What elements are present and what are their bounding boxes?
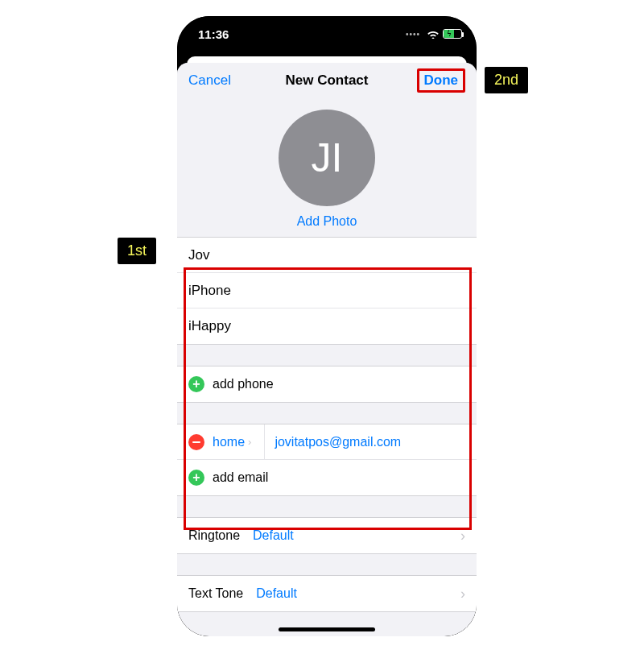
modal-backdrop: Cancel New Contact Done JI Add Photo: [177, 52, 477, 636]
remove-icon[interactable]: [188, 434, 204, 450]
chevron-right-icon: ›: [460, 528, 465, 544]
add-icon: [188, 376, 204, 392]
texttone-value: Default: [256, 586, 297, 601]
ringtone-value: Default: [253, 528, 294, 543]
group-spacer: [177, 496, 477, 517]
add-phone-row[interactable]: add phone: [177, 366, 477, 402]
avatar-placeholder[interactable]: JI: [279, 110, 375, 206]
group-spacer: [177, 345, 477, 366]
group-spacer: [177, 554, 477, 575]
add-email-label: add email: [213, 470, 268, 485]
chevron-right-icon: ›: [460, 586, 465, 602]
last-name-row[interactable]: [177, 273, 477, 308]
status-right: •••• ϟ: [406, 29, 462, 39]
add-email-row[interactable]: add email: [177, 460, 477, 495]
home-indicator: [279, 627, 375, 631]
company-input[interactable]: [188, 318, 465, 334]
email-type-label: home: [213, 435, 245, 449]
name-group: [177, 237, 477, 345]
texttone-label: Text Tone: [188, 586, 243, 601]
charging-bolt-icon: ϟ: [447, 31, 452, 38]
callout-2nd: 2nd: [485, 67, 528, 93]
last-name-input[interactable]: [188, 283, 465, 299]
callout-1st: 1st: [118, 238, 156, 264]
ringtone-group: Ringtone Default ›: [177, 517, 477, 554]
email-entry-row[interactable]: home › jovitatpos@gmail.com: [177, 424, 477, 460]
new-contact-sheet: Cancel New Contact Done JI Add Photo: [177, 63, 477, 636]
phone-group: add phone: [177, 366, 477, 403]
ringtone-label: Ringtone: [188, 528, 240, 543]
texttone-row[interactable]: Text Tone Default ›: [177, 576, 477, 611]
texttone-group: Text Tone Default ›: [177, 575, 477, 612]
phone-frame: 11:36 •••• ϟ Cancel New Contact Done JI: [177, 16, 477, 636]
divider: [264, 424, 265, 459]
email-value[interactable]: jovitatpos@gmail.com: [275, 435, 401, 449]
group-spacer: [177, 403, 477, 424]
first-name-input[interactable]: [188, 247, 465, 263]
done-button[interactable]: Done: [417, 68, 466, 93]
add-photo-button[interactable]: Add Photo: [297, 214, 357, 229]
cancel-button[interactable]: Cancel: [188, 72, 231, 89]
recording-indicator-icon: ••••: [406, 30, 420, 39]
email-group: home › jovitatpos@gmail.com add email: [177, 424, 477, 496]
first-name-row[interactable]: [177, 238, 477, 273]
avatar-section: JI Add Photo: [177, 98, 477, 237]
form-scroll[interactable]: JI Add Photo: [177, 98, 477, 636]
avatar-initials: JI: [312, 135, 343, 181]
wifi-icon: [427, 29, 440, 39]
add-icon: [188, 470, 204, 486]
status-time: 11:36: [198, 27, 229, 41]
email-type-picker[interactable]: home ›: [213, 435, 251, 449]
chevron-right-icon: ›: [248, 436, 251, 448]
company-row[interactable]: [177, 308, 477, 344]
battery-icon: ϟ: [443, 29, 462, 39]
add-phone-label: add phone: [213, 377, 274, 391]
ringtone-row[interactable]: Ringtone Default ›: [177, 518, 477, 553]
nav-bar: Cancel New Contact Done: [177, 63, 477, 98]
status-bar: 11:36 •••• ϟ: [177, 16, 477, 52]
